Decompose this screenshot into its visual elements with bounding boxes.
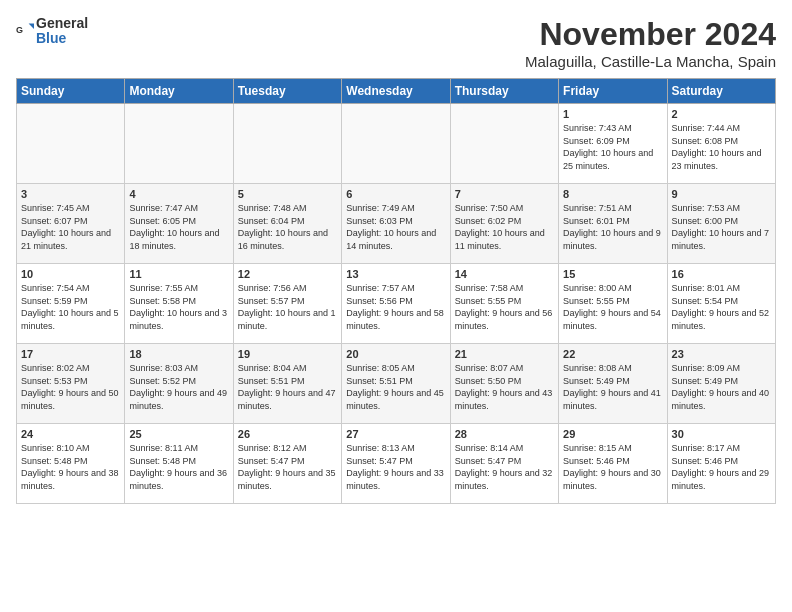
day-number: 22	[563, 348, 662, 360]
day-info: Sunrise: 8:11 AM Sunset: 5:48 PM Dayligh…	[129, 442, 228, 492]
day-info: Sunrise: 8:07 AM Sunset: 5:50 PM Dayligh…	[455, 362, 554, 412]
day-info: Sunrise: 7:58 AM Sunset: 5:55 PM Dayligh…	[455, 282, 554, 332]
calendar-cell: 4Sunrise: 7:47 AM Sunset: 6:05 PM Daylig…	[125, 184, 233, 264]
calendar-row-4: 24Sunrise: 8:10 AM Sunset: 5:48 PM Dayli…	[17, 424, 776, 504]
header-cell-saturday: Saturday	[667, 79, 775, 104]
header-row: SundayMondayTuesdayWednesdayThursdayFrid…	[17, 79, 776, 104]
calendar-cell: 30Sunrise: 8:17 AM Sunset: 5:46 PM Dayli…	[667, 424, 775, 504]
day-number: 25	[129, 428, 228, 440]
day-info: Sunrise: 7:53 AM Sunset: 6:00 PM Dayligh…	[672, 202, 771, 252]
day-info: Sunrise: 7:56 AM Sunset: 5:57 PM Dayligh…	[238, 282, 337, 332]
day-info: Sunrise: 8:00 AM Sunset: 5:55 PM Dayligh…	[563, 282, 662, 332]
calendar-cell: 25Sunrise: 8:11 AM Sunset: 5:48 PM Dayli…	[125, 424, 233, 504]
calendar-cell	[233, 104, 341, 184]
calendar-body: 1Sunrise: 7:43 AM Sunset: 6:09 PM Daylig…	[17, 104, 776, 504]
day-number: 24	[21, 428, 120, 440]
day-number: 29	[563, 428, 662, 440]
day-number: 3	[21, 188, 120, 200]
title-section: November 2024 Malaguilla, Castille-La Ma…	[525, 16, 776, 70]
calendar-cell: 18Sunrise: 8:03 AM Sunset: 5:52 PM Dayli…	[125, 344, 233, 424]
calendar-cell: 20Sunrise: 8:05 AM Sunset: 5:51 PM Dayli…	[342, 344, 450, 424]
logo: G General Blue	[16, 16, 88, 47]
day-info: Sunrise: 7:48 AM Sunset: 6:04 PM Dayligh…	[238, 202, 337, 252]
day-info: Sunrise: 8:01 AM Sunset: 5:54 PM Dayligh…	[672, 282, 771, 332]
calendar-row-3: 17Sunrise: 8:02 AM Sunset: 5:53 PM Dayli…	[17, 344, 776, 424]
day-number: 12	[238, 268, 337, 280]
logo-general: General	[36, 16, 88, 31]
day-info: Sunrise: 8:09 AM Sunset: 5:49 PM Dayligh…	[672, 362, 771, 412]
day-number: 18	[129, 348, 228, 360]
day-number: 20	[346, 348, 445, 360]
day-number: 6	[346, 188, 445, 200]
day-info: Sunrise: 7:57 AM Sunset: 5:56 PM Dayligh…	[346, 282, 445, 332]
svg-text:G: G	[16, 25, 23, 35]
day-number: 21	[455, 348, 554, 360]
day-info: Sunrise: 7:45 AM Sunset: 6:07 PM Dayligh…	[21, 202, 120, 252]
header-cell-monday: Monday	[125, 79, 233, 104]
day-number: 26	[238, 428, 337, 440]
calendar-cell: 22Sunrise: 8:08 AM Sunset: 5:49 PM Dayli…	[559, 344, 667, 424]
calendar-cell	[450, 104, 558, 184]
day-info: Sunrise: 7:51 AM Sunset: 6:01 PM Dayligh…	[563, 202, 662, 252]
day-number: 4	[129, 188, 228, 200]
calendar-cell: 28Sunrise: 8:14 AM Sunset: 5:47 PM Dayli…	[450, 424, 558, 504]
calendar-row-0: 1Sunrise: 7:43 AM Sunset: 6:09 PM Daylig…	[17, 104, 776, 184]
calendar-cell: 6Sunrise: 7:49 AM Sunset: 6:03 PM Daylig…	[342, 184, 450, 264]
calendar-row-2: 10Sunrise: 7:54 AM Sunset: 5:59 PM Dayli…	[17, 264, 776, 344]
day-info: Sunrise: 8:17 AM Sunset: 5:46 PM Dayligh…	[672, 442, 771, 492]
day-number: 10	[21, 268, 120, 280]
day-info: Sunrise: 8:02 AM Sunset: 5:53 PM Dayligh…	[21, 362, 120, 412]
day-number: 8	[563, 188, 662, 200]
day-number: 30	[672, 428, 771, 440]
day-info: Sunrise: 8:15 AM Sunset: 5:46 PM Dayligh…	[563, 442, 662, 492]
day-info: Sunrise: 7:44 AM Sunset: 6:08 PM Dayligh…	[672, 122, 771, 172]
day-number: 14	[455, 268, 554, 280]
day-number: 7	[455, 188, 554, 200]
day-number: 15	[563, 268, 662, 280]
day-number: 16	[672, 268, 771, 280]
calendar-header: SundayMondayTuesdayWednesdayThursdayFrid…	[17, 79, 776, 104]
day-number: 23	[672, 348, 771, 360]
day-info: Sunrise: 7:55 AM Sunset: 5:58 PM Dayligh…	[129, 282, 228, 332]
header-cell-tuesday: Tuesday	[233, 79, 341, 104]
calendar-cell: 9Sunrise: 7:53 AM Sunset: 6:00 PM Daylig…	[667, 184, 775, 264]
calendar-cell: 8Sunrise: 7:51 AM Sunset: 6:01 PM Daylig…	[559, 184, 667, 264]
calendar-cell: 12Sunrise: 7:56 AM Sunset: 5:57 PM Dayli…	[233, 264, 341, 344]
day-info: Sunrise: 8:10 AM Sunset: 5:48 PM Dayligh…	[21, 442, 120, 492]
day-number: 17	[21, 348, 120, 360]
header-cell-wednesday: Wednesday	[342, 79, 450, 104]
calendar-cell: 21Sunrise: 8:07 AM Sunset: 5:50 PM Dayli…	[450, 344, 558, 424]
day-info: Sunrise: 8:03 AM Sunset: 5:52 PM Dayligh…	[129, 362, 228, 412]
header-cell-sunday: Sunday	[17, 79, 125, 104]
day-info: Sunrise: 7:47 AM Sunset: 6:05 PM Dayligh…	[129, 202, 228, 252]
day-number: 9	[672, 188, 771, 200]
calendar-cell: 26Sunrise: 8:12 AM Sunset: 5:47 PM Dayli…	[233, 424, 341, 504]
day-number: 5	[238, 188, 337, 200]
day-number: 28	[455, 428, 554, 440]
calendar-cell: 13Sunrise: 7:57 AM Sunset: 5:56 PM Dayli…	[342, 264, 450, 344]
calendar-cell	[342, 104, 450, 184]
day-info: Sunrise: 7:54 AM Sunset: 5:59 PM Dayligh…	[21, 282, 120, 332]
day-info: Sunrise: 8:13 AM Sunset: 5:47 PM Dayligh…	[346, 442, 445, 492]
day-number: 19	[238, 348, 337, 360]
calendar-cell: 23Sunrise: 8:09 AM Sunset: 5:49 PM Dayli…	[667, 344, 775, 424]
calendar-cell: 5Sunrise: 7:48 AM Sunset: 6:04 PM Daylig…	[233, 184, 341, 264]
calendar-cell: 17Sunrise: 8:02 AM Sunset: 5:53 PM Dayli…	[17, 344, 125, 424]
calendar-cell: 15Sunrise: 8:00 AM Sunset: 5:55 PM Dayli…	[559, 264, 667, 344]
calendar-cell: 19Sunrise: 8:04 AM Sunset: 5:51 PM Dayli…	[233, 344, 341, 424]
calendar-row-1: 3Sunrise: 7:45 AM Sunset: 6:07 PM Daylig…	[17, 184, 776, 264]
day-info: Sunrise: 7:49 AM Sunset: 6:03 PM Dayligh…	[346, 202, 445, 252]
month-title: November 2024	[525, 16, 776, 53]
day-number: 11	[129, 268, 228, 280]
calendar-table: SundayMondayTuesdayWednesdayThursdayFrid…	[16, 78, 776, 504]
calendar-cell	[125, 104, 233, 184]
day-info: Sunrise: 8:08 AM Sunset: 5:49 PM Dayligh…	[563, 362, 662, 412]
calendar-cell: 10Sunrise: 7:54 AM Sunset: 5:59 PM Dayli…	[17, 264, 125, 344]
page-header: G General Blue November 2024 Malaguilla,…	[16, 16, 776, 70]
calendar-cell: 2Sunrise: 7:44 AM Sunset: 6:08 PM Daylig…	[667, 104, 775, 184]
calendar-cell: 1Sunrise: 7:43 AM Sunset: 6:09 PM Daylig…	[559, 104, 667, 184]
calendar-cell: 14Sunrise: 7:58 AM Sunset: 5:55 PM Dayli…	[450, 264, 558, 344]
location-title: Malaguilla, Castille-La Mancha, Spain	[525, 53, 776, 70]
calendar-cell: 11Sunrise: 7:55 AM Sunset: 5:58 PM Dayli…	[125, 264, 233, 344]
day-info: Sunrise: 8:05 AM Sunset: 5:51 PM Dayligh…	[346, 362, 445, 412]
